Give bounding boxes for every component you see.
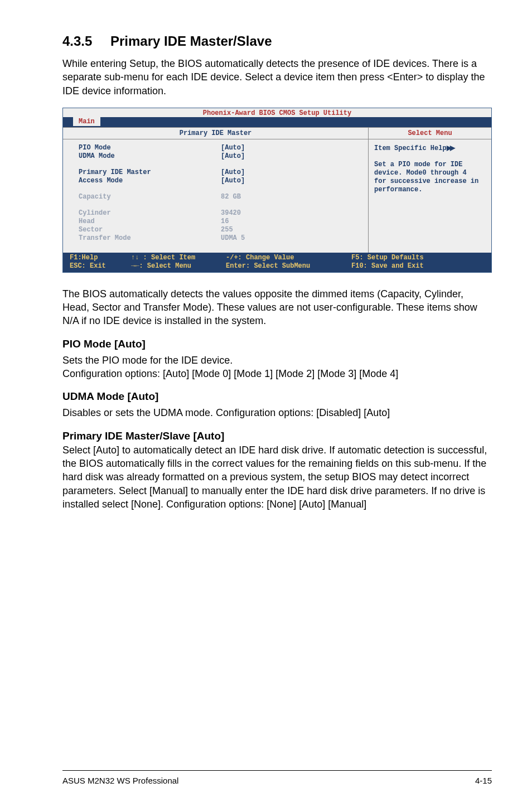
label: Transfer Mode [79, 234, 221, 243]
value: 16 [221, 218, 229, 226]
intro-paragraph: While entering Setup, the BIOS automatic… [62, 57, 492, 98]
triangle-right-icon: ▶▶ [447, 144, 453, 152]
label: PIO Mode [79, 144, 221, 152]
bios-row-cylinder: Cylinder39420 [63, 209, 368, 218]
label: Cylinder [79, 209, 221, 218]
bios-utility-title: Phoenix-Award BIOS CMOS Setup Utility [63, 108, 491, 117]
bios-row-transfer: Transfer ModeUDMA 5 [63, 234, 368, 243]
footer-key-save-exit: F10: Save and Exit [351, 262, 424, 270]
bios-left-header: Primary IDE Master [63, 128, 369, 139]
footer-key-submenu: Enter: Select SubMenu [226, 262, 351, 270]
bios-footer: F1:Help ↑↓ : Select Item -/+: Change Val… [63, 253, 491, 272]
footer-key-exit: ESC: Exit [70, 262, 131, 270]
label: Capacity [79, 193, 221, 201]
value: [Auto] [221, 168, 245, 177]
bios-help-line: device. Mode0 through 4 [374, 169, 486, 177]
value: 39420 [221, 209, 241, 218]
footer-key-select-item: ↑↓ : Select Item [131, 254, 226, 262]
footer-key-setup-defaults: F5: Setup Defaults [351, 254, 424, 262]
bios-row-primary-master[interactable]: Primary IDE Master[Auto] [63, 168, 368, 177]
footer-page-number: 4-15 [475, 776, 492, 785]
udma-line: Disables or sets the UDMA mode. Configur… [62, 406, 492, 419]
bios-help-panel: Item Specific Help▶▶ Set a PIO mode for … [369, 139, 491, 253]
value: UDMA 5 [221, 234, 245, 243]
primary-ide-body: Select [Auto] to automatically detect an… [62, 443, 492, 511]
heading-pio-mode: PIO Mode [Auto] [62, 338, 492, 350]
footer-divider [62, 770, 492, 771]
footer-key-change-value: -/+: Change Value [226, 254, 351, 262]
bios-help-line: Set a PIO mode for IDE [374, 161, 486, 169]
bios-row-capacity: Capacity82 GB [63, 193, 368, 201]
footer-product: ASUS M2N32 WS Professional [62, 776, 178, 785]
heading-udma-mode: UDMA Mode [Auto] [62, 390, 492, 403]
label: UDMA Mode [79, 152, 221, 161]
value: 82 GB [221, 193, 241, 201]
value: [Auto] [221, 152, 245, 161]
bios-row-sector: Sector255 [63, 226, 368, 234]
label: Access Mode [79, 177, 221, 185]
footer-key-select-menu: →←: Select Menu [131, 262, 226, 270]
bios-panel: Phoenix-Award BIOS CMOS Setup Utility Ma… [62, 108, 492, 273]
section-heading: 4.3.5Primary IDE Master/Slave [62, 33, 492, 49]
value: [Auto] [221, 177, 245, 185]
bios-help-line: for successive increase in [374, 177, 486, 186]
heading-primary-ide: Primary IDE Master/Slave [Auto] [62, 430, 492, 442]
bios-help-title: Item Specific Help▶▶ [374, 144, 486, 153]
label: Primary IDE Master [79, 168, 221, 177]
bios-left-column: PIO Mode[Auto] UDMA Mode[Auto] Primary I… [63, 139, 369, 253]
bios-tab-row: Main [63, 117, 491, 127]
pio-line2: Configuration options: [Auto] [Mode 0] [… [62, 367, 492, 380]
value: 255 [221, 226, 233, 234]
section-title: Primary IDE Master/Slave [110, 33, 272, 49]
bios-body: PIO Mode[Auto] UDMA Mode[Auto] Primary I… [63, 139, 491, 253]
section-number: 4.3.5 [62, 33, 110, 49]
paragraph-dimmed-note: The BIOS automatically detects the value… [62, 287, 492, 328]
bios-right-header: Select Menu [369, 128, 491, 139]
pio-line1: Sets the PIO mode for the IDE device. [62, 354, 492, 367]
bios-row-head: Head16 [63, 218, 368, 226]
bios-row-pio[interactable]: PIO Mode[Auto] [63, 144, 368, 152]
bios-header-row: Primary IDE Master Select Menu [63, 127, 491, 139]
bios-row-access-mode[interactable]: Access Mode[Auto] [63, 177, 368, 185]
page-footer: ASUS M2N32 WS Professional 4-15 [62, 776, 492, 785]
value: [Auto] [221, 144, 245, 152]
bios-row-udma[interactable]: UDMA Mode[Auto] [63, 152, 368, 161]
footer-key-help: F1:Help [70, 254, 131, 262]
bios-help-line: performance. [374, 186, 486, 194]
label: Sector [79, 226, 221, 234]
label: Head [79, 218, 221, 226]
bios-tab-main[interactable]: Main [73, 117, 100, 126]
